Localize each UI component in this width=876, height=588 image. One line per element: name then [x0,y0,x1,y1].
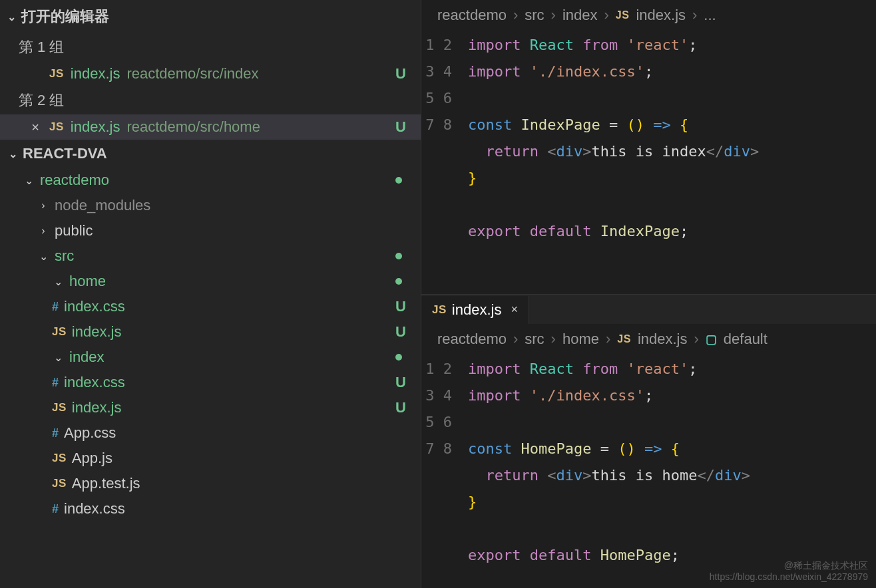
close-icon[interactable]: × [511,303,518,317]
open-editor-item[interactable]: ×JSindex.jsreactdemo/src/homeU [0,114,421,140]
tree-item-label: public [55,222,93,239]
git-status-badge: U [395,374,406,391]
git-modified-dot-icon [395,177,402,184]
open-editors-label: 打开的编辑器 [21,7,109,27]
js-file-icon: JS [52,401,67,414]
editor-pane: JSindex.js×reactdemo›src›home›JSindex.js… [421,294,876,589]
breadcrumb-segment[interactable]: ... [704,7,716,24]
tree-file[interactable]: #index.css [0,496,421,521]
watermark: @稀土掘金技术社区 https://blog.csdn.net/weixin_4… [710,560,868,583]
css-file-icon: # [52,300,59,314]
tree-file[interactable]: JSApp.js [0,446,421,471]
breadcrumb-segment[interactable]: index.js [636,7,686,24]
chevron-right-icon: › [551,7,556,24]
breadcrumb-segment[interactable]: src [525,331,544,348]
chevron-right-icon: › [606,331,610,348]
open-editor-filename: index.js [71,118,120,136]
open-editor-filepath: reactdemo/src/home [126,118,260,136]
tree-folder[interactable]: ›public [0,218,421,243]
open-editors-header[interactable]: ⌄ 打开的编辑器 [0,0,421,33]
code-content[interactable]: import React from 'react'; import './ind… [468,356,876,569]
editor-tab[interactable]: JSindex.js× [421,296,529,324]
tree-folder[interactable]: ⌄home [0,269,421,294]
tree-item-label: index.css [64,500,125,517]
tree-item-label: index.css [64,374,125,391]
js-file-icon: JS [432,303,447,317]
chevron-down-icon: ⌄ [7,148,19,160]
editor-pane: reactdemo›src›index›JSindex.js›...1 2 3 … [421,0,876,294]
open-editors-group-label: 第 1 组 [0,33,421,61]
tree-folder[interactable]: ›node_modules [0,193,421,218]
git-status-badge: U [395,65,406,82]
open-editor-filepath: reactdemo/src/index [126,65,258,82]
js-file-icon: JS [52,477,67,490]
git-modified-dot-icon [395,354,402,361]
git-status-badge: U [395,298,406,315]
tree-item-label: App.test.js [72,475,140,492]
tree-item-label: App.js [72,450,112,467]
chevron-right-icon: › [694,331,698,348]
chevron-right-icon: › [37,200,49,212]
tree-file[interactable]: #index.cssU [0,370,421,395]
line-gutter: 1 2 3 4 5 6 7 8 [421,356,468,569]
js-file-icon: JS [52,452,67,465]
chevron-down-icon: ⌄ [52,275,64,288]
breadcrumb-segment[interactable]: reactdemo [437,331,507,348]
project-header[interactable]: ⌄ REACT-DVA [0,140,421,168]
chevron-right-icon: › [604,7,609,24]
tree-file[interactable]: JSApp.test.js [0,471,421,496]
tree-folder[interactable]: ⌄index [0,345,421,370]
open-editors-group-label: 第 2 组 [0,86,421,114]
tree-folder[interactable]: ⌄reactdemo [0,168,421,193]
chevron-right-icon: › [551,331,556,348]
js-file-icon: JS [52,325,67,339]
tree-file[interactable]: #App.css [0,420,421,446]
tree-item-label: index.js [72,399,122,416]
tree-folder[interactable]: ⌄src [0,243,421,269]
tree-item-label: index.js [72,323,122,341]
open-editor-filename: index.js [71,65,120,82]
css-file-icon: # [52,502,59,516]
tree-file[interactable]: JSindex.jsU [0,395,421,420]
breadcrumb[interactable]: reactdemo›src›home›JSindex.js›▢default [421,324,876,355]
chevron-right-icon: › [37,225,49,237]
chevron-right-icon: › [513,331,518,348]
js-file-icon: JS [617,333,631,345]
sidebar: ⌄ 打开的编辑器 第 1 组JSindex.jsreactdemo/src/in… [0,0,421,588]
code-content[interactable]: import React from 'react'; import './ind… [468,32,876,245]
code-area[interactable]: 1 2 3 4 5 6 7 8 import React from 'react… [421,31,876,250]
tree-item-label: src [55,247,74,265]
breadcrumb-segment[interactable]: src [525,7,544,24]
breadcrumb-segment[interactable]: reactdemo [437,7,507,24]
chevron-down-icon: ⌄ [23,174,35,187]
css-file-icon: # [52,426,59,440]
symbol-icon: ▢ [706,332,717,347]
chevron-down-icon: ⌄ [5,11,17,23]
code-area[interactable]: 1 2 3 4 5 6 7 8 import React from 'react… [421,355,876,574]
chevron-right-icon: › [513,7,518,24]
tree-item-label: index.css [64,298,125,315]
js-file-icon: JS [49,67,64,80]
breadcrumb-segment[interactable]: home [562,331,599,348]
close-icon[interactable]: × [28,120,43,135]
git-status-badge: U [395,118,406,136]
git-status-badge: U [395,399,406,416]
tree-file[interactable]: JSindex.jsU [0,319,421,345]
js-file-icon: JS [49,120,64,134]
css-file-icon: # [52,376,59,390]
line-gutter: 1 2 3 4 5 6 7 8 [421,32,468,245]
open-editor-item[interactable]: JSindex.jsreactdemo/src/indexU [0,61,421,86]
tree-file[interactable]: #index.cssU [0,294,421,319]
tree-item-label: index [69,349,105,366]
editor-area: reactdemo›src›index›JSindex.js›...1 2 3 … [421,0,876,588]
breadcrumb-segment[interactable]: index [562,7,598,24]
tree-item-label: node_modules [55,197,150,214]
chevron-down-icon: ⌄ [52,351,64,364]
git-status-badge: U [395,323,406,341]
js-file-icon: JS [616,9,630,21]
breadcrumb-segment[interactable]: default [724,331,767,348]
tree-item-label: reactdemo [40,172,109,189]
breadcrumb[interactable]: reactdemo›src›index›JSindex.js›... [421,0,876,31]
chevron-down-icon: ⌄ [37,250,49,263]
breadcrumb-segment[interactable]: index.js [638,331,688,348]
